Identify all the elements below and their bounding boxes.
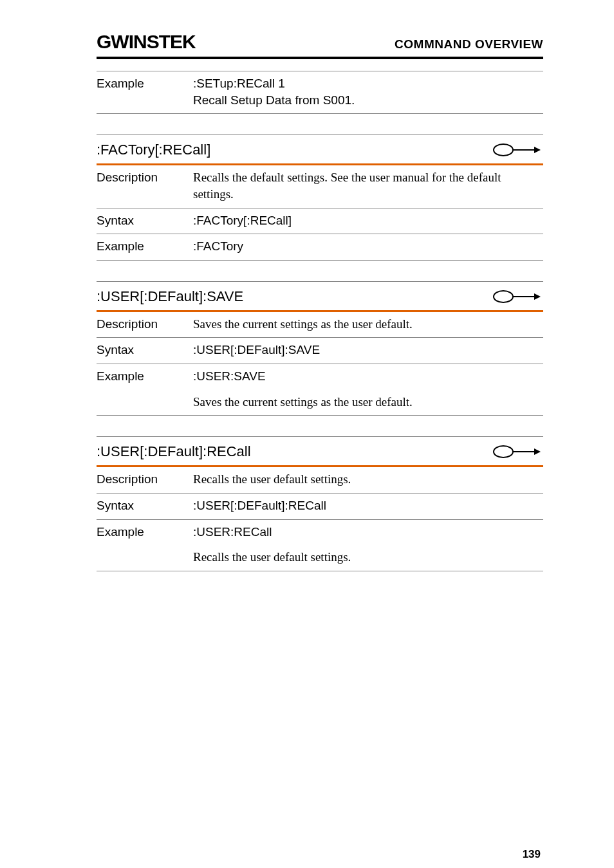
set-arrow-icon [492,142,543,158]
row-value-text: :FACTory[:RECall] [193,214,292,227]
section-title-row: :USER[:DEFault]:SAVE [97,281,543,312]
command-section: :USER[:DEFault]:SAVEDescriptionSaves the… [97,281,543,416]
data-row: Recalls the user default settings. [97,545,543,571]
example-desc: Recall Setup Data from S001. [193,93,355,107]
command-title: :USER[:DEFault]:SAVE [97,288,243,305]
row-label: Description [97,316,193,333]
row-value: :SETup:RECall 1 Recall Setup Data from S… [193,75,543,108]
row-value: :USER[:DEFault]:RECall [193,497,543,514]
example-code: :SETup:RECall 1 [193,77,285,90]
svg-point-3 [494,291,513,302]
row-value-text: :USER[:DEFault]:SAVE [193,343,320,356]
data-row: Example:USER:SAVE [97,364,543,390]
section-header: COMMNAND OVERVIEW [395,37,543,51]
row-label: Example [97,368,193,385]
row-value: :USER:SAVE [193,368,543,385]
page-content: GWINSTEK COMMNAND OVERVIEW Example :SETu… [0,0,614,868]
set-arrow-icon [492,443,543,460]
row-label [97,549,193,566]
svg-point-0 [494,144,513,156]
row-label: Example [97,238,193,255]
data-row: DescriptionRecalls the default settings.… [97,165,543,208]
svg-marker-8 [534,448,541,455]
section-title-row: :FACTory[:RECall] [97,134,543,165]
row-value: :FACTory [193,238,543,255]
row-value-text: :USER:SAVE [193,369,266,383]
row-value-text: :USER[:DEFault]:RECall [193,499,326,512]
svg-marker-5 [534,293,541,300]
data-row: Example:USER:RECall [97,520,543,546]
data-row: Example:FACTory [97,234,543,261]
row-value: Saves the current settings as the user d… [193,394,543,411]
data-row: Syntax:USER[:DEFault]:SAVE [97,338,543,364]
section-title-row: :USER[:DEFault]:RECall [97,436,543,467]
command-title: :USER[:DEFault]:RECall [97,443,251,460]
row-value-text: :USER:RECall [193,525,272,539]
row-label: Description [97,471,193,488]
row-label: Syntax [97,497,193,514]
row-label: Description [97,169,193,202]
row-value: Recalls the user default settings. [193,471,543,488]
command-section: :USER[:DEFault]:RECallDescriptionRecalls… [97,436,543,571]
page-number: 139 [97,848,543,861]
svg-point-6 [494,446,513,457]
row-label: Example [97,524,193,540]
row-value-text: :FACTory [193,239,243,253]
row-label: Syntax [97,342,193,358]
row-value: Recalls the user default settings. [193,549,543,566]
command-title: :FACTory[:RECall] [97,142,210,158]
data-row: Saves the current settings as the user d… [97,390,543,416]
command-section: :FACTory[:RECall]DescriptionRecalls the … [97,134,543,261]
row-label [97,394,193,411]
data-row: Syntax:FACTory[:RECall] [97,208,543,235]
data-row: DescriptionSaves the current settings as… [97,312,543,338]
row-label: Syntax [97,212,193,229]
top-example-block: Example :SETup:RECall 1 Recall Setup Dat… [97,71,543,114]
row-label: Example [97,75,193,108]
set-arrow-icon [492,288,543,305]
row-value: :USER[:DEFault]:SAVE [193,342,543,358]
brand-logo: GWINSTEK [97,31,196,53]
row-value: :FACTory[:RECall] [193,212,543,229]
data-row: DescriptionRecalls the user default sett… [97,467,543,494]
data-row: Syntax:USER[:DEFault]:RECall [97,494,543,520]
sections-container: :FACTory[:RECall]DescriptionRecalls the … [97,134,543,571]
row-value: Saves the current settings as the user d… [193,316,543,333]
example-row: Example :SETup:RECall 1 Recall Setup Dat… [97,71,543,114]
page-header: GWINSTEK COMMNAND OVERVIEW [97,31,543,59]
row-value: :USER:RECall [193,524,543,540]
row-value: Recalls the default settings. See the us… [193,169,543,202]
svg-marker-2 [534,147,541,153]
